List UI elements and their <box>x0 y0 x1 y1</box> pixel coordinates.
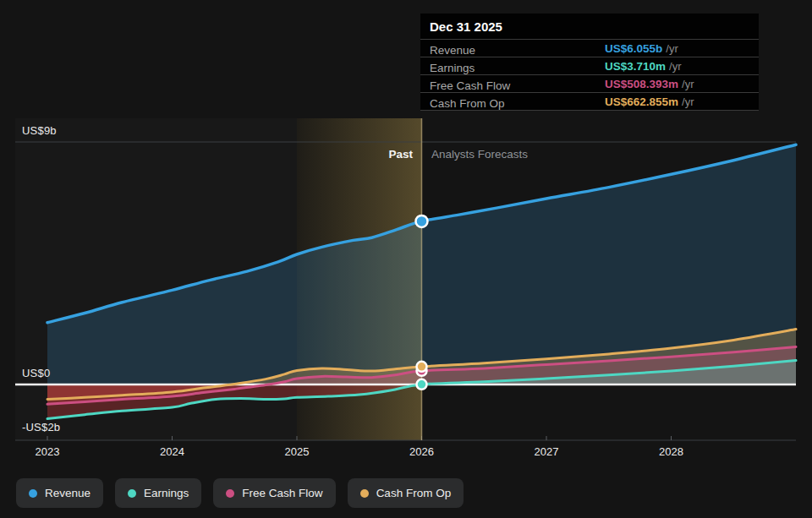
tooltip-row-unit: /yr <box>682 78 694 90</box>
x-axis-label-2023: 2023 <box>22 445 73 458</box>
legend-dot-cashop <box>360 489 369 498</box>
tooltip-row-revenue: RevenueUS$6.055b/yr <box>420 39 759 57</box>
x-axis-label-2027: 2027 <box>521 445 572 458</box>
tooltip-row-label: Free Cash Flow <box>430 79 510 92</box>
legend-dot-revenue <box>29 489 37 498</box>
tooltip-row-earnings: EarningsUS$3.710m/yr <box>420 57 759 74</box>
x-axis-label-2025: 2025 <box>272 445 322 458</box>
tooltip-row-unit: /yr <box>682 95 694 108</box>
tooltip-row-unit: /yr <box>666 42 678 55</box>
x-axis-label-2024: 2024 <box>147 445 198 458</box>
active-marker-cashop <box>417 362 427 372</box>
tooltip-row-label: Revenue <box>430 44 475 57</box>
legend-dot-fcf <box>226 489 234 498</box>
tooltip-row-cashop: Cash From OpUS$662.855m/yr <box>420 92 759 110</box>
tooltip-row-fcf: Free Cash FlowUS$508.393m/yr <box>420 74 759 92</box>
tooltip-row-label: Earnings <box>430 62 475 74</box>
y-axis-label-9b: US$9b <box>22 124 57 137</box>
active-marker-revenue <box>416 215 428 227</box>
legend-label: Revenue <box>45 487 91 499</box>
chart-legend: RevenueEarningsFree Cash FlowCash From O… <box>16 478 464 508</box>
tooltip-row-value: US$6.055b/yr <box>605 42 678 55</box>
legend-item-fcf[interactable]: Free Cash Flow <box>213 478 335 508</box>
y-axis-label-neg2b: -US$2b <box>22 421 60 433</box>
tooltip-row-value: US$662.855m/yr <box>605 95 694 108</box>
tooltip-row-label: Cash From Op <box>430 97 505 110</box>
legend-item-cashop[interactable]: Cash From Op <box>348 478 464 508</box>
legend-label: Cash From Op <box>376 487 452 499</box>
legend-item-revenue[interactable]: Revenue <box>16 478 103 508</box>
x-axis-label-2028: 2028 <box>646 445 697 458</box>
legend-label: Free Cash Flow <box>242 487 322 499</box>
legend-dot-earnings <box>128 489 136 498</box>
tooltip-date: Dec 31 2025 <box>420 14 759 39</box>
legend-item-earnings[interactable]: Earnings <box>115 478 201 508</box>
active-marker-earnings <box>417 379 427 390</box>
tooltip-row-value: US$3.710m/yr <box>605 60 682 73</box>
x-axis-label-2026: 2026 <box>397 445 447 458</box>
tooltip-row-unit: /yr <box>669 60 681 73</box>
past-zone-label: Past <box>388 148 413 161</box>
tooltip-row-value: US$508.393m/yr <box>605 78 694 90</box>
earnings-revenue-growth-chart: US$9b US$0 -US$2b Past Analysts Forecast… <box>0 0 812 518</box>
y-axis-label-0: US$0 <box>22 367 50 379</box>
legend-label: Earnings <box>144 487 189 499</box>
chart-tooltip: Dec 31 2025 RevenueUS$6.055b/yrEarningsU… <box>420 14 759 111</box>
forecast-zone-label: Analysts Forecasts <box>431 148 528 161</box>
